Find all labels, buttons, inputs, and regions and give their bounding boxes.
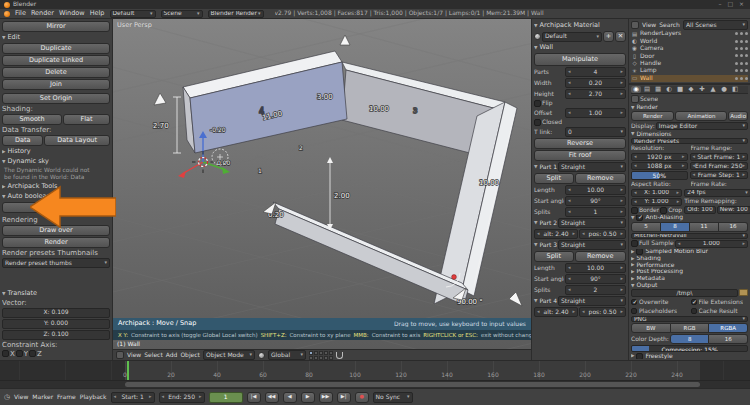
resolution-y-field[interactable]: 1088 px [631, 162, 688, 170]
output-path-field[interactable]: /tmp\ [631, 289, 738, 297]
transform-orientation-select[interactable]: Global [268, 350, 306, 360]
aa-size-field[interactable]: 1.000 [675, 240, 748, 248]
part1-remove-button[interactable]: Remove [575, 173, 626, 184]
tab-object-icon[interactable]: ■ [675, 86, 685, 93]
vector-z-field[interactable]: Z: 0.100 [2, 330, 110, 340]
aa-5-button[interactable]: 5 [631, 222, 661, 232]
scrollbar-thumb[interactable] [125, 382, 700, 387]
panel-edit[interactable]: Edit [2, 33, 110, 42]
part1-angle-field[interactable]: 90° [565, 196, 626, 206]
outliner-editor-icon[interactable] [631, 21, 639, 29]
panel-auto-boolean[interactable]: Auto boolean [2, 192, 110, 201]
render-still-button[interactable]: Render [631, 111, 674, 121]
timeline-frame-menu[interactable]: Frame [57, 394, 76, 401]
layer-grid[interactable] [309, 351, 333, 360]
record-button[interactable]: ● [355, 392, 369, 403]
remap-new-field[interactable]: New: 100 [717, 206, 750, 214]
tab-constraints-icon[interactable]: ◆ [686, 86, 696, 93]
data-layout-button[interactable]: Data Layout [44, 135, 110, 146]
part3-type-select[interactable]: Straight [558, 240, 626, 250]
set-origin-button[interactable]: Set Origin [2, 93, 110, 104]
part3-split-button[interactable]: Split [534, 251, 574, 262]
play-button[interactable]: ▶ [301, 392, 315, 403]
part2-type-select[interactable]: Straight [558, 218, 626, 228]
frame-rate-select[interactable]: 24 fps [684, 189, 750, 197]
mode-select[interactable]: Object Mode [203, 350, 255, 360]
panel-freestyle[interactable]: Freestyle [631, 353, 748, 359]
render-presets-select[interactable]: Render Presets [631, 138, 748, 144]
axis-y-checkbox[interactable] [16, 350, 23, 357]
parts-field[interactable]: 4 [565, 67, 626, 77]
part1-header[interactable]: Part 1 [534, 162, 557, 172]
tab-render-layers-icon[interactable]: ▤ [642, 86, 652, 93]
menu-window[interactable]: Window [59, 10, 85, 17]
depth-16-button[interactable]: 16 [709, 334, 748, 344]
freestyle-checkbox[interactable] [636, 353, 643, 359]
reverse-button[interactable]: Reverse [534, 138, 626, 149]
folder-icon[interactable] [739, 289, 748, 296]
height-field[interactable]: 2.70 [565, 89, 626, 99]
part3-length-field[interactable]: 10.00 [565, 263, 626, 273]
start-frame-field[interactable]: Start Frame: 1 [690, 153, 748, 161]
border-checkbox[interactable] [631, 207, 638, 214]
visibility-icons[interactable] [735, 47, 748, 50]
menu-help[interactable]: Help [90, 10, 105, 17]
part1-type-select[interactable]: Straight [558, 162, 626, 172]
aspect-x-field[interactable]: X: 1.000 [631, 189, 682, 197]
file-extensions-checkbox[interactable] [691, 299, 697, 305]
timeline-marker-menu[interactable]: Marker [32, 394, 53, 401]
resolution-x-field[interactable]: 1920 px [631, 153, 688, 161]
compression-slider[interactable]: Compression: 15% [631, 345, 748, 352]
prev-keyframe-button[interactable]: ◀◀ [265, 392, 279, 403]
part2-header[interactable]: Part 2 [534, 218, 557, 228]
manipulate-button[interactable]: Manipulate [534, 53, 626, 66]
frame-step-field[interactable]: Frame Step: 1 [690, 171, 748, 179]
panel-anti-aliasing[interactable]: Anti-Aliasing [631, 215, 748, 221]
color-rgb-button[interactable]: RGB [671, 323, 710, 333]
panel-translate[interactable]: Translate [2, 289, 110, 298]
editor-type-icon[interactable] [116, 351, 124, 359]
tab-texture-icon[interactable]: ◧ [730, 86, 740, 93]
color-bw-button[interactable]: BW [631, 323, 671, 333]
outliner-view-menu[interactable]: View [642, 22, 656, 29]
menu-render[interactable]: Render [31, 10, 54, 17]
axis-x-checkbox[interactable] [2, 350, 9, 357]
width-field[interactable]: 0.20 [565, 78, 626, 88]
part4-alt-field[interactable]: alt: 2.40 [534, 307, 578, 317]
sync-select[interactable]: No Sync [373, 392, 413, 403]
material-unlink-button[interactable]: ✕ [615, 31, 626, 42]
delete-button[interactable]: Delete [2, 67, 110, 78]
tab-material-icon[interactable]: ● [719, 86, 729, 93]
outliner-search-menu[interactable]: Search [659, 22, 680, 29]
join-button[interactable]: Join [2, 79, 110, 90]
viewport-shading-icon[interactable] [258, 352, 265, 359]
mirror-button[interactable]: Mirror [2, 21, 110, 32]
viewport-3d-scene[interactable]: 11.00 -0.20 0.00 3.00 10.00 2.70 2.00 0.… [113, 19, 531, 349]
closed-checkbox[interactable] [534, 119, 541, 126]
viewport-3d[interactable]: 11.00 -0.20 0.00 3.00 10.00 2.70 2.00 0.… [113, 19, 531, 360]
current-frame-field[interactable]: 1 [209, 392, 243, 403]
panel-performance[interactable]: Performance [631, 262, 748, 268]
tab-world-icon[interactable]: ◐ [664, 86, 674, 93]
part1-split-button[interactable]: Split [534, 173, 574, 184]
part1-splits-field[interactable]: 1 [565, 207, 626, 217]
axis-z-checkbox[interactable] [29, 350, 36, 357]
visibility-icons[interactable] [735, 69, 748, 72]
display-select[interactable]: Image Editor [656, 122, 748, 130]
panel-shading[interactable]: Shading [631, 256, 748, 262]
tlink-field[interactable]: 0 [565, 127, 626, 137]
part2-pos-field[interactable]: pos: 0.50 [579, 229, 626, 239]
tab-modifiers-icon[interactable]: ✚ [697, 86, 707, 93]
outliner-item-wall[interactable]: ▭Wall [631, 75, 748, 82]
aa-checkbox[interactable] [636, 215, 643, 221]
duplicate-button[interactable]: Duplicate [2, 43, 110, 54]
panel-dynamic-sky[interactable]: Dynamic sky [2, 157, 110, 166]
aa-filter-select[interactable]: Mitchell-Netravali [631, 233, 748, 239]
data-button[interactable]: Data [2, 135, 43, 146]
timeline-playback-menu[interactable]: Playback [80, 394, 107, 401]
flip-checkbox[interactable] [534, 100, 541, 107]
snap-magnet-icon[interactable] [336, 352, 343, 359]
screen-layout-select[interactable]: Default [110, 10, 156, 18]
file-format-select[interactable]: PNG [631, 316, 748, 322]
resolution-percentage-slider[interactable]: 50% [631, 171, 688, 180]
